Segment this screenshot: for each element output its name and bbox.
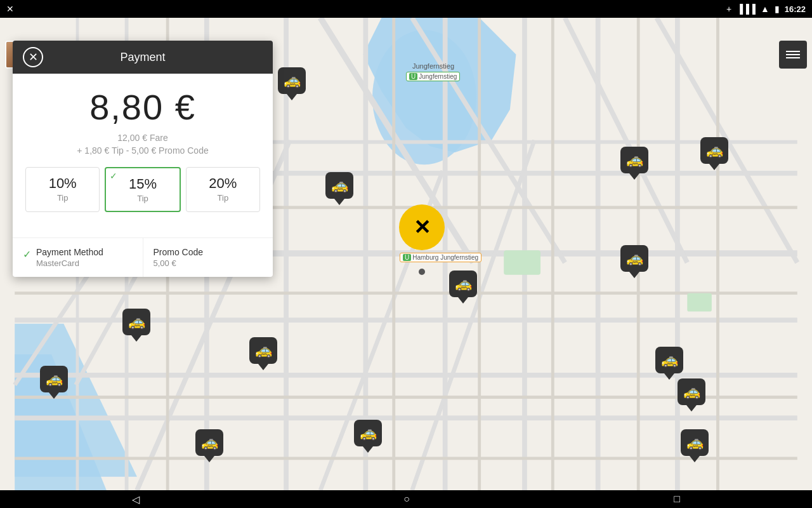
payment-check-icon: ✓ [23,248,31,260]
status-bar: ✕ + ▐▐▐ ▲ ▮ 16:22 [0,0,812,18]
tip-15-percent: 15% [111,176,174,192]
fare-breakdown: + 1,80 € Tip - 5,00 € Promo Code [25,145,260,156]
back-button[interactable]: ◁ [119,491,152,508]
wifi-icon: ▲ [761,4,769,14]
taxi-marker[interactable]: 🚕 [655,347,683,380]
payment-method-content: Payment Method MasterCard [36,247,103,268]
payment-header: ✕ Payment [13,41,273,74]
svg-rect-38 [504,250,540,275]
bluetooth-icon: + [726,4,731,14]
mydriver-logo: ✕ [414,215,431,239]
taxi-marker[interactable]: 🚕 [700,137,728,170]
promo-code-item[interactable]: Promo Code 5,00 € [143,238,273,277]
payment-panel: ✕ Payment 8,80 € 12,00 € Fare + 1,80 € T… [13,41,273,277]
tip-20-label: Tip [192,193,254,203]
payment-method-item[interactable]: ✓ Payment Method MasterCard [13,238,143,277]
tip-20-percent: 20% [192,175,254,192]
payment-body: 8,80 € 12,00 € Fare + 1,80 € Tip - 5,00 … [13,74,273,237]
status-bar-left: ✕ [6,4,14,14]
close-button[interactable]: ✕ [23,47,43,67]
taxi-marker[interactable]: 🚕 [620,245,648,278]
taxi-marker[interactable]: 🚕 [681,429,709,462]
promo-code-label: Promo Code [154,247,204,257]
recent-button[interactable]: □ [661,491,693,507]
mydriver-marker[interactable]: ✕ [399,204,445,250]
hamburger-line [786,57,800,58]
payment-footer: ✓ Payment Method MasterCard Promo Code 5… [13,237,273,277]
hamburger-line [786,54,800,55]
taxi-marker[interactable]: 🚕 [325,172,353,205]
map-label-jungfernstieg: Jungfernstieg [412,62,454,70]
tip-15-label: Tip [111,194,174,203]
taxi-marker[interactable]: 🚕 [195,429,223,462]
tip-10-percent: 10% [31,175,94,192]
menu-button[interactable] [779,41,807,69]
signal-icon: ▐▐▐ [737,4,756,14]
close-icon[interactable]: ✕ [6,4,14,14]
map-container[interactable]: Jungfernstieg U Jungfernstieg U Hamburg … [0,18,812,490]
tip-10-button[interactable]: ✓ 10% Tip [25,167,100,212]
taxi-marker[interactable]: 🚕 [122,309,150,342]
close-icon: ✕ [29,50,38,64]
payment-method-label: Payment Method [36,247,103,257]
tip-row: ✓ 10% Tip ✓ 15% Tip ✓ 20% Tip [25,167,260,212]
fare-detail: 12,00 € Fare [25,133,260,143]
promo-code-content: Promo Code 5,00 € [154,247,204,268]
home-button[interactable]: ○ [391,491,422,507]
svg-rect-15 [675,18,680,490]
status-time: 16:22 [785,4,806,14]
svg-rect-39 [687,293,712,312]
taxi-marker[interactable]: 🚕 [40,366,68,399]
promo-code-value: 5,00 € [154,258,204,268]
status-bar-right: + ▐▐▐ ▲ ▮ 16:22 [726,4,806,14]
taxi-marker[interactable]: 🚕 [249,337,277,370]
tip-20-button[interactable]: ✓ 20% Tip [186,167,260,212]
tip-10-label: Tip [31,193,94,203]
payment-title: Payment [120,51,165,64]
tip-15-button[interactable]: ✓ 15% Tip [105,167,180,212]
taxi-marker[interactable]: 🚕 [449,271,477,304]
battery-icon: ▮ [775,4,780,14]
taxi-marker[interactable]: 🚕 [354,420,382,453]
price-display: 8,80 € [25,86,260,128]
nav-bar: ◁ ○ □ [0,490,812,508]
map-label-hbf: U Hamburg Jungfernstieg [400,253,481,262]
taxi-marker[interactable]: 🚕 [278,67,306,100]
tip-check-icon: ✓ [110,171,117,181]
payment-method-value: MasterCard [36,258,103,268]
taxi-marker[interactable]: 🚕 [620,147,648,180]
hamburger-line [786,51,800,52]
current-location-dot [419,269,425,275]
taxi-marker[interactable]: 🚕 [678,378,705,411]
